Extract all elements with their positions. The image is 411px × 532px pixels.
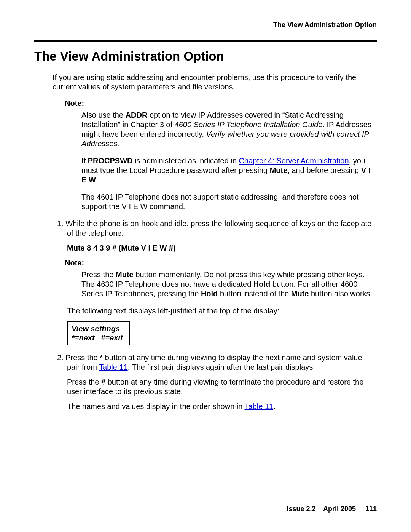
- note-block-2: Note: Press the Mute button momentarily.…: [65, 258, 377, 299]
- mute-bold: Mute: [270, 166, 288, 174]
- chapter4-link[interactable]: Chapter 4: Server Administration: [239, 157, 349, 165]
- note2-p1: Press the Mute button momentarily. Do no…: [81, 270, 377, 299]
- step-text: While the phone is on-hook and idle, pre…: [65, 219, 371, 237]
- star-bold: *: [100, 353, 103, 362]
- step-number: 2.: [57, 353, 65, 362]
- text: is administered as indicated in: [132, 157, 239, 165]
- text: Also use the: [81, 111, 126, 119]
- note1-p1: Also use the ADDR option to view IP Addr…: [81, 110, 377, 149]
- issue-date: April 2005: [323, 505, 356, 513]
- phone-display-box: View settings *=next #=exit: [67, 321, 130, 345]
- page-footer: Issue 2.2 April 2005 111: [287, 505, 377, 513]
- after-note2-text: The following text displays left-justifi…: [67, 306, 377, 316]
- note1-p3: The 4601 IP Telephone does not support s…: [81, 192, 377, 211]
- note-label: Note:: [65, 99, 377, 108]
- mute-bold: Mute: [116, 270, 134, 279]
- text: .: [96, 176, 98, 184]
- step-1: 1. While the phone is on-hook and idle, …: [57, 219, 377, 238]
- step2-p2: Press the # button at any time during vi…: [67, 377, 377, 396]
- guide-title-italic: 4600 Series IP Telephone Installation Gu…: [175, 120, 323, 129]
- text: . The first pair displays again after th…: [128, 363, 315, 371]
- document-page: The View Administration Option The View …: [0, 0, 411, 532]
- mute-bold: Mute: [291, 289, 309, 298]
- step2-p3: The names and values display in the orde…: [67, 402, 377, 411]
- text: button also works.: [309, 289, 372, 298]
- running-head: The View Administration Option: [34, 21, 377, 29]
- text: , and before pressing: [287, 166, 361, 174]
- text: If: [81, 157, 88, 165]
- page-title: The View Administration Option: [34, 49, 377, 64]
- procpswd-bold: PROCPSWD: [88, 157, 133, 165]
- key-sequence: Mute 8 4 3 9 # (Mute V I E W #): [67, 243, 377, 253]
- text: Press the: [65, 353, 100, 362]
- hash-bold: #: [101, 378, 105, 386]
- step-number: 1.: [57, 219, 65, 228]
- issue-number: Issue 2.2: [287, 505, 315, 513]
- text: Press the: [81, 270, 116, 279]
- note1-p2: If PROCPSWD is administered as indicated…: [81, 156, 377, 185]
- table11-link[interactable]: Table 11: [99, 363, 128, 371]
- intro-paragraph: If you are using static addressing and e…: [53, 73, 377, 92]
- addr-bold: ADDR: [126, 111, 148, 119]
- text: button at any time during viewing to ter…: [67, 378, 363, 396]
- text: Press the: [67, 378, 101, 386]
- section-rule: [34, 40, 377, 42]
- text: button instead of the: [218, 289, 291, 298]
- hold-bold: Hold: [201, 289, 218, 298]
- page-number: 111: [365, 505, 377, 513]
- note-label: Note:: [65, 258, 377, 268]
- step-2: 2. Press the * button at any time during…: [57, 353, 377, 372]
- table11-link[interactable]: Table 11: [245, 402, 274, 411]
- text: The names and values display in the orde…: [67, 402, 245, 411]
- hold-bold: Hold: [253, 280, 270, 288]
- note-block-1: Note: Also use the ADDR option to view I…: [65, 99, 377, 211]
- text: .: [273, 402, 276, 411]
